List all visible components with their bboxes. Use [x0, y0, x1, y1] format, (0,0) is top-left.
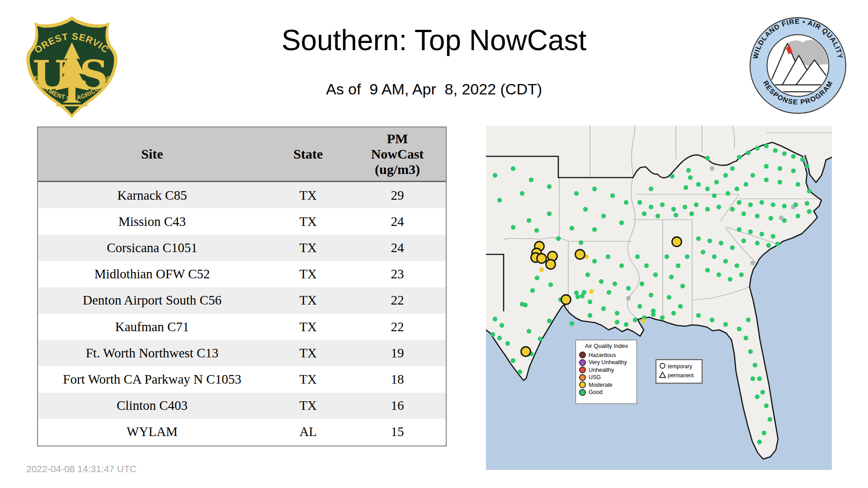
aqi-color-swatch — [579, 366, 586, 373]
good-monitor-dot — [640, 282, 644, 286]
table-row: WYLAMAL15 — [38, 419, 446, 445]
good-monitor-dot — [635, 254, 640, 259]
good-monitor-dot — [579, 240, 583, 245]
good-monitor-dot — [719, 241, 723, 245]
good-monitor-dot — [796, 214, 800, 218]
aqi-color-swatch — [579, 389, 586, 396]
good-monitor-dot — [547, 211, 552, 216]
page-title: Southern: Top NowCast — [0, 23, 868, 57]
good-monitor-dot — [523, 303, 528, 307]
good-monitor-dot — [683, 205, 687, 209]
good-monitor-dot — [737, 155, 741, 160]
aqi-legend-item: USG — [579, 374, 634, 381]
table-row: Karnack C85TX29 — [38, 182, 446, 208]
good-monitor-dot — [748, 202, 753, 207]
aqi-color-swatch — [579, 374, 586, 381]
good-monitor-dot — [592, 227, 597, 232]
good-monitor-dot — [670, 174, 675, 178]
table-row: Midlothian OFW C52TX23 — [38, 261, 446, 287]
good-monitor-dot — [530, 288, 535, 293]
good-monitor-dot — [717, 272, 721, 277]
good-monitor-dot — [626, 286, 631, 291]
good-monitor-dot — [766, 243, 771, 248]
moderate-monitor-dot — [641, 319, 646, 323]
good-monitor-dot — [610, 193, 615, 198]
good-monitor-dot — [588, 313, 592, 318]
forest-service-logo: FOREST SERVICE DEPARTMENT OF AGRICULTURE… — [22, 14, 122, 121]
good-monitor-dot — [705, 268, 710, 272]
good-monitor-dot — [748, 230, 753, 234]
good-monitor-dot — [493, 317, 497, 321]
table-row: Kaufman C71TX22 — [38, 314, 446, 340]
aqi-legend-item: Moderate — [579, 381, 634, 389]
good-monitor-dot — [773, 148, 778, 153]
good-monitor-dot — [755, 146, 760, 150]
good-monitor-dot — [710, 318, 714, 322]
good-monitor-dot — [705, 156, 710, 160]
good-monitor-dot — [676, 263, 680, 268]
good-monitor-dot — [684, 185, 688, 190]
good-monitor-dot — [511, 225, 515, 230]
good-monitor-dot — [511, 358, 515, 363]
good-monitor-dot — [505, 341, 510, 346]
aqi-color-swatch — [579, 352, 586, 358]
good-monitor-dot — [619, 221, 624, 225]
legend-temporary: temporary — [659, 362, 700, 371]
good-monitor-dot — [585, 272, 590, 277]
good-monitor-dot — [686, 168, 691, 173]
good-monitor-dot — [807, 209, 811, 214]
good-monitor-dot — [615, 311, 619, 315]
svg-text:S: S — [80, 52, 108, 99]
generated-timestamp: 2022-04-08 14:31:47 UTC — [26, 464, 137, 474]
good-monitor-dot — [497, 336, 502, 340]
good-monitor-dot — [712, 254, 717, 259]
good-monitor-dot — [576, 295, 580, 299]
good-monitor-dot — [570, 321, 574, 326]
good-monitor-dot — [748, 349, 753, 354]
good-monitor-dot — [735, 263, 739, 268]
good-monitor-dot — [529, 178, 533, 182]
good-monitor-dot — [696, 313, 701, 318]
good-monitor-dot — [680, 284, 685, 288]
good-monitor-dot — [778, 166, 782, 171]
good-monitor-dot — [778, 180, 782, 184]
good-monitor-dot — [599, 279, 604, 284]
aqi-color-swatch — [579, 359, 586, 366]
good-monitor-dot — [637, 200, 642, 205]
good-monitor-dot — [688, 175, 693, 180]
good-monitor-dot — [805, 164, 809, 169]
good-monitor-dot — [574, 291, 579, 295]
good-monitor-dot — [619, 263, 624, 268]
good-monitor-dot — [775, 242, 780, 246]
aqi-legend-item: Very Unhealthy — [579, 359, 634, 366]
good-monitor-dot — [606, 254, 610, 259]
good-monitor-dot — [791, 169, 796, 173]
good-monitor-dot — [701, 250, 705, 254]
good-monitor-dot — [588, 300, 592, 304]
good-monitor-dot — [768, 417, 772, 422]
good-monitor-dot — [708, 239, 712, 243]
good-monitor-dot — [753, 363, 757, 367]
good-monitor-dot — [644, 263, 649, 268]
good-monitor-dot — [771, 202, 775, 207]
good-monitor-dot — [746, 150, 750, 155]
table-row: Corsicana C1051TX24 — [38, 235, 446, 261]
table-row: Mission C43TX24 — [38, 208, 446, 235]
good-monitor-dot — [755, 214, 760, 218]
good-monitor-dot — [764, 404, 769, 408]
aqi-legend: Air Quality Index HazardousVery Unhealth… — [576, 340, 637, 404]
good-monitor-dot — [800, 157, 805, 162]
good-monitor-dot — [592, 187, 597, 191]
good-monitor-dot — [649, 293, 653, 297]
good-monitor-dot — [782, 204, 787, 208]
good-monitor-dot — [671, 207, 676, 211]
table-header-row: Site State PM NowCast (ug/m3) — [38, 127, 446, 182]
good-monitor-dot — [592, 259, 597, 263]
inactive-monitor-dot — [710, 166, 714, 171]
temporary-circle-icon — [659, 362, 666, 371]
good-monitor-dot — [624, 200, 628, 205]
aqi-color-swatch — [579, 381, 586, 388]
inactive-monitor-dot — [750, 261, 755, 265]
good-monitor-dot — [730, 166, 735, 171]
good-monitor-dot — [613, 282, 617, 286]
